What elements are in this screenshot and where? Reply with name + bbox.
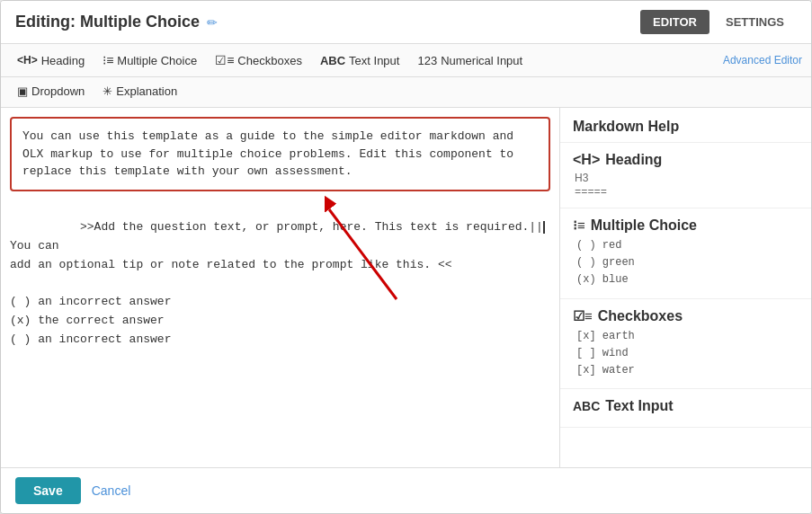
editor-button[interactable]: EDITOR bbox=[640, 10, 709, 34]
heading-label: Heading bbox=[41, 54, 85, 67]
toolbar-text-input[interactable]: ABC Text Input bbox=[313, 50, 407, 71]
multiple-choice-icon: ⁝≡ bbox=[103, 53, 113, 67]
save-button[interactable]: Save bbox=[15, 477, 81, 504]
toolbar-multiple-choice[interactable]: ⁝≡ Multiple Choice bbox=[95, 49, 204, 71]
checkboxes-icon: ☑≡ bbox=[215, 53, 234, 67]
numerical-input-label: Numerical Input bbox=[441, 54, 522, 67]
template-box: You can use this template as a guide to … bbox=[10, 117, 550, 191]
cursor bbox=[543, 221, 545, 234]
sidebar-h-icon: <H> bbox=[573, 152, 600, 168]
sidebar-cb-item1: [x] earth bbox=[576, 328, 799, 345]
modal-header: Editing: Multiple Choice ✏ EDITOR SETTIN… bbox=[1, 1, 811, 44]
numerical-input-icon: 123 bbox=[417, 54, 437, 67]
editor-text[interactable]: >>Add the question text, or prompt, here… bbox=[10, 200, 550, 368]
editor-content-wrapper: >>Add the question text, or prompt, here… bbox=[10, 200, 550, 368]
explanation-icon: ✳ bbox=[103, 84, 112, 98]
sidebar-cb-title: ☑≡ Checkboxes bbox=[573, 308, 799, 324]
modal-footer: Save Cancel bbox=[1, 467, 811, 513]
sidebar-section-checkboxes: ☑≡ Checkboxes [x] earth [ ] wind [x] wat… bbox=[560, 299, 811, 390]
sidebar-heading-label: Heading bbox=[605, 152, 662, 168]
sidebar-cb-label: Checkboxes bbox=[598, 308, 683, 324]
toolbar-checkboxes[interactable]: ☑≡ Checkboxes bbox=[208, 49, 309, 71]
edit-icon[interactable]: ✏ bbox=[207, 15, 218, 30]
heading-icon: <H> bbox=[17, 54, 38, 66]
sidebar-cb-item2: [ ] wind bbox=[576, 345, 799, 362]
header-buttons: EDITOR SETTINGS bbox=[640, 10, 797, 34]
cancel-button[interactable]: Cancel bbox=[92, 483, 131, 498]
modal-container: Editing: Multiple Choice ✏ EDITOR SETTIN… bbox=[0, 0, 812, 514]
explanation-label: Explanation bbox=[116, 84, 177, 98]
text-input-icon: ABC bbox=[320, 54, 345, 67]
toolbar-explanation[interactable]: ✳ Explanation bbox=[95, 81, 184, 102]
sidebar-title: Markdown Help bbox=[560, 108, 811, 143]
sidebar-cb-icon: ☑≡ bbox=[573, 308, 593, 324]
sidebar-mc-item3: (x) blue bbox=[576, 271, 799, 288]
sidebar-heading-title: <H> Heading bbox=[573, 152, 799, 168]
sidebar-section-heading: <H> Heading H3 ===== bbox=[560, 143, 811, 208]
main-content: You can use this template as a guide to … bbox=[1, 108, 811, 467]
sidebar-ti-label: Text Input bbox=[605, 398, 673, 414]
sidebar-heading-code: ===== bbox=[575, 186, 799, 199]
advanced-editor-link[interactable]: Advanced Editor bbox=[723, 54, 802, 66]
toolbar-numerical-input[interactable]: 123 Numerical Input bbox=[410, 50, 530, 71]
toolbar-row1: <H> Heading ⁝≡ Multiple Choice ☑≡ Checkb… bbox=[1, 44, 811, 77]
content-line1b: You can add an optional tip or note rela… bbox=[10, 239, 451, 346]
sidebar-mc-label: Multiple Choice bbox=[591, 217, 697, 234]
sidebar: Markdown Help <H> Heading H3 ===== ⁝≡ Mu… bbox=[559, 108, 811, 467]
sidebar-mc-icon: ⁝≡ bbox=[573, 217, 585, 234]
dropdown-icon: ▣ bbox=[17, 84, 28, 98]
toolbar-heading[interactable]: <H> Heading bbox=[10, 50, 92, 71]
sidebar-heading-subtitle: H3 bbox=[575, 172, 799, 184]
settings-button[interactable]: SETTINGS bbox=[713, 10, 797, 34]
modal-title: Editing: Multiple Choice bbox=[15, 13, 200, 31]
sidebar-ti-icon: ABC bbox=[573, 399, 600, 413]
content-line1: >>Add the question text, or prompt, here… bbox=[80, 220, 543, 234]
dropdown-label: Dropdown bbox=[31, 84, 85, 98]
sidebar-mc-title: ⁝≡ Multiple Choice bbox=[573, 217, 799, 234]
multiple-choice-label: Multiple Choice bbox=[117, 54, 197, 67]
sidebar-section-text-input: ABC Text Input bbox=[560, 389, 811, 428]
editor-area[interactable]: You can use this template as a guide to … bbox=[1, 108, 559, 467]
sidebar-section-mc: ⁝≡ Multiple Choice ( ) red ( ) green (x)… bbox=[560, 208, 811, 299]
sidebar-mc-item1: ( ) red bbox=[576, 237, 799, 254]
template-text: You can use this template as a guide to … bbox=[22, 128, 538, 181]
toolbar-row2: ▣ Dropdown ✳ Explanation bbox=[1, 77, 811, 108]
title-area: Editing: Multiple Choice ✏ bbox=[15, 13, 218, 31]
sidebar-mc-item2: ( ) green bbox=[576, 254, 799, 271]
toolbar-dropdown[interactable]: ▣ Dropdown bbox=[10, 81, 92, 102]
sidebar-ti-title: ABC Text Input bbox=[573, 398, 799, 414]
text-input-label: Text Input bbox=[349, 54, 399, 67]
checkboxes-label: Checkboxes bbox=[237, 54, 302, 67]
sidebar-cb-item3: [x] water bbox=[576, 362, 799, 379]
